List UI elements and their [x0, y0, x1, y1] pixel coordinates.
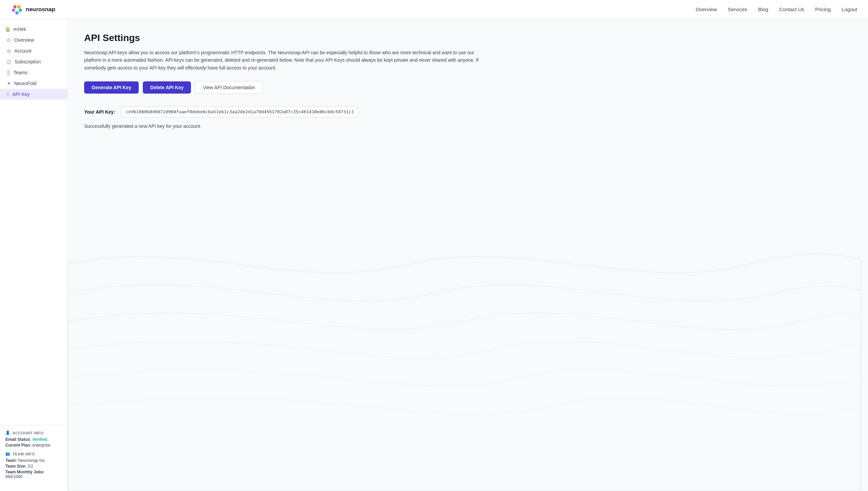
brand[interactable]: neurosnap: [11, 3, 55, 16]
sidebar-bottom: 👤 ACCOUNT INFO Email Status: Verified Cu…: [0, 425, 67, 486]
neurofold-icon: ✦: [7, 81, 11, 86]
wave-background: [68, 208, 861, 491]
svg-point-4: [15, 11, 19, 15]
page-title: API Settings: [84, 33, 852, 43]
sidebar-item-neurofold[interactable]: ✦ NeuroFold: [0, 78, 67, 89]
account-info-section: 👤 ACCOUNT INFO: [5, 431, 62, 435]
nav-pricing[interactable]: Pricing: [815, 6, 831, 12]
main-content: API Settings Neurosnap API keys allow yo…: [68, 19, 868, 491]
svg-point-2: [17, 5, 21, 8]
sidebar: 🏠 HOME ⊙ Overview ◎ Account ◫ Subscripti…: [0, 19, 68, 491]
api-key-icon: ⌇: [7, 92, 9, 97]
sidebar-subscription-label: Subscription: [15, 59, 41, 64]
brand-name: neurosnap: [26, 6, 55, 13]
team-size-row: Team Size: 2/2: [5, 464, 62, 469]
page-description: Neurosnap API keys allow you to access o…: [84, 49, 491, 72]
sidebar-item-overview[interactable]: ⊙ Overview: [0, 35, 67, 45]
delete-api-key-button[interactable]: Delete API Key: [143, 81, 191, 94]
current-plan-row: Current Plan: enterprise: [5, 443, 62, 448]
overview-icon: ⊙: [7, 37, 11, 43]
account-icon: ◎: [7, 48, 11, 54]
team-name-row: Team: Neurosnap Inc.: [5, 458, 62, 463]
view-docs-button[interactable]: View API Documentation: [195, 81, 263, 94]
sidebar-item-account[interactable]: ◎ Account: [0, 45, 67, 56]
sidebar-item-api-key[interactable]: ⌇ API Key: [0, 89, 67, 100]
team-icon: 👥: [5, 452, 11, 456]
success-message: Successfully generated a new API key for…: [84, 123, 852, 129]
sidebar-item-teams[interactable]: ⣿ Teams: [0, 67, 67, 78]
top-nav: neurosnap Overview Services Blog Contact…: [0, 0, 868, 19]
sidebar-overview-label: Overview: [14, 37, 34, 43]
team-info-title: 👥 TEAM INFO: [5, 452, 62, 456]
sidebar-teams-label: Teams: [14, 70, 27, 75]
api-key-row: Your API Key:: [84, 106, 852, 117]
nav-links: Overview Services Blog Contact Us Pricin…: [696, 6, 857, 12]
svg-point-1: [13, 5, 17, 8]
action-buttons: Generate API Key Delete API Key View API…: [84, 81, 852, 94]
api-key-input[interactable]: [121, 106, 358, 117]
api-key-label: Your API Key:: [84, 109, 115, 115]
monthly-jobs-row: Team Monthly Jobs: 694/1000: [5, 470, 62, 479]
svg-point-5: [12, 8, 15, 12]
nav-contact[interactable]: Contact Us: [779, 6, 804, 12]
account-info-person-icon: 👤: [5, 431, 11, 435]
sidebar-top: 🏠 HOME ⊙ Overview ◎ Account ◫ Subscripti…: [0, 24, 67, 100]
team-info-section: 👥 TEAM INFO Team: Neurosnap Inc. Team Si…: [5, 452, 62, 479]
nav-overview[interactable]: Overview: [696, 6, 717, 12]
logo-icon: [11, 3, 23, 16]
subscription-icon: ◫: [7, 59, 11, 64]
sidebar-neurofold-label: NeuroFold: [14, 81, 36, 86]
sidebar-home-label: 🏠 HOME: [0, 24, 67, 35]
teams-icon: ⣿: [7, 70, 10, 75]
nav-blog[interactable]: Blog: [758, 6, 768, 12]
svg-point-3: [19, 8, 22, 12]
app-body: 🏠 HOME ⊙ Overview ◎ Account ◫ Subscripti…: [0, 19, 868, 491]
sidebar-api-key-label: API Key: [13, 92, 30, 97]
email-status-row: Email Status: Verified: [5, 437, 62, 442]
generate-api-key-button[interactable]: Generate API Key: [84, 81, 139, 94]
home-icon: 🏠: [5, 27, 11, 32]
nav-services[interactable]: Services: [728, 6, 747, 12]
sidebar-item-subscription[interactable]: ◫ Subscription: [0, 56, 67, 67]
nav-logout[interactable]: Logout: [842, 6, 857, 12]
sidebar-account-label: Account: [14, 48, 32, 54]
